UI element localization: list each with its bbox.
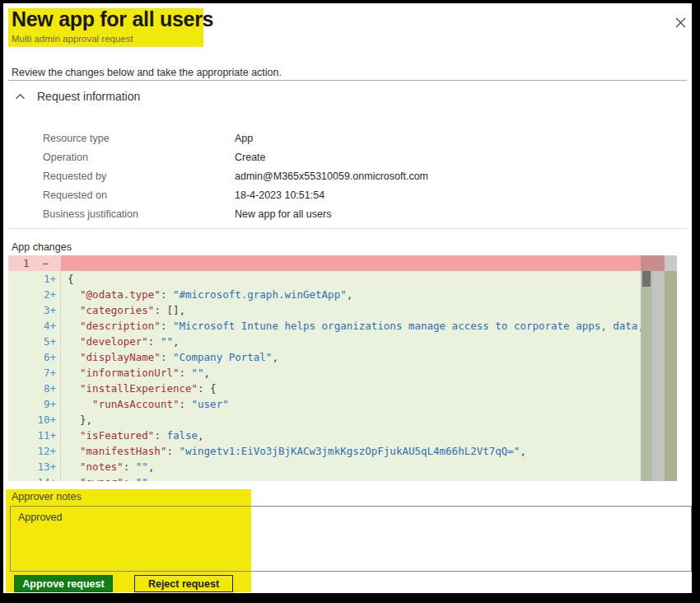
diff-line: 7+ "informationUrl": "", <box>8 365 677 381</box>
approver-notes-input[interactable]: Approved <box>10 506 692 572</box>
page-subtitle: Multi admin approval request <box>12 34 133 44</box>
instruction-text: Review the changes below and take the ap… <box>12 67 282 78</box>
diff-line: 1+{ <box>8 271 677 287</box>
chevron-up-icon <box>15 91 26 103</box>
field-row: Business justificationNew app for all us… <box>43 204 652 223</box>
diff-line-code: "notes": "", <box>61 459 677 474</box>
close-button[interactable] <box>670 12 690 32</box>
diff-line-code: "informationUrl": "", <box>61 365 677 381</box>
diff-line-code: }, <box>61 412 677 428</box>
reject-request-button[interactable]: Reject request <box>134 575 233 592</box>
field-row: OperationCreate <box>43 147 652 166</box>
section-title: Request information <box>37 90 140 103</box>
diff-line-code: "manifestHash": "wingetv1:EiVo3jBjKACw3j… <box>61 443 677 459</box>
field-label: Operation <box>43 152 235 163</box>
diff-removed-code <box>61 255 677 271</box>
diff-line-number: 10+ <box>8 412 61 428</box>
diff-line-number: 12+ <box>8 443 61 459</box>
diff-line-code: "isFeatured": false, <box>61 428 677 443</box>
diff-line-number: 4+ <box>8 318 61 334</box>
diff-added-lines: 1+{2+ "@odata.type": "#microsoft.graph.w… <box>8 271 677 481</box>
diff-scrollbar-track <box>652 255 665 481</box>
field-value: Create <box>235 152 266 163</box>
diff-scrollbar[interactable] <box>641 255 652 481</box>
diff-line: 6+ "displayName": "Company Portal", <box>8 349 677 365</box>
diff-line: 14+ "owner": "", <box>8 474 677 481</box>
diff-line-number: 5+ <box>8 334 61 349</box>
request-info-fields: Resource typeAppOperationCreateRequested… <box>43 129 652 223</box>
field-value: New app for all users <box>235 208 331 220</box>
divider <box>8 228 687 229</box>
diff-line-number: 14+ <box>8 474 61 481</box>
diff-line-number: 11+ <box>8 428 61 443</box>
diff-line-number: 8+ <box>8 381 61 396</box>
request-information-section-header[interactable]: Request information <box>15 88 140 105</box>
diff-line-code: "displayName": "Company Portal", <box>61 349 677 365</box>
field-value: 18-4-2023 10:51:54 <box>235 189 324 201</box>
field-label: Business justification <box>43 208 235 220</box>
diff-line-code: "runAsAccount": "user" <box>61 396 677 412</box>
diff-line-code: { <box>61 271 677 287</box>
close-icon <box>670 16 690 29</box>
field-value: App <box>235 133 253 144</box>
diff-line: 2+ "@odata.type": "#microsoft.graph.winG… <box>8 287 677 302</box>
diff-line: 3+ "categories": [], <box>8 302 677 318</box>
diff-line: 10+ }, <box>8 412 677 428</box>
diff-line: 13+ "notes": "", <box>8 459 677 474</box>
field-row: Requested on18-4-2023 10:51:54 <box>43 185 652 204</box>
diff-line-number: 7+ <box>8 365 61 381</box>
diff-line-code: "developer": "", <box>61 334 677 349</box>
diff-line: 9+ "runAsAccount": "user" <box>8 396 677 412</box>
diff-line-code: "description": "Microsoft Intune helps o… <box>61 318 677 334</box>
diff-line-code: "@odata.type": "#microsoft.graph.winGetA… <box>61 287 677 302</box>
approve-request-button[interactable]: Approve request <box>14 575 113 592</box>
diff-track-removed-band <box>652 255 665 271</box>
diff-line-number: 1 <box>23 255 30 271</box>
diff-line: 12+ "manifestHash": "wingetv1:EiVo3jBjKA… <box>8 443 677 459</box>
diff-line: 4+ "description": "Microsoft Intune help… <box>8 318 677 334</box>
diff-removed-line: 1 − <box>8 255 677 271</box>
page-title: New app for all users <box>12 7 213 31</box>
diff-line: 5+ "developer": "", <box>8 334 677 349</box>
app-changes-diff-editor[interactable]: 1 − 1+{2+ "@odata.type": "#microsoft.gra… <box>8 255 677 481</box>
scrollbar-thumb[interactable] <box>642 271 651 287</box>
field-row: Resource typeApp <box>43 129 652 147</box>
diff-overview-ruler <box>665 255 677 481</box>
diff-line-code: "categories": [], <box>61 302 677 318</box>
diff-removed-gutter: 1 − <box>8 255 61 271</box>
approval-request-panel: New app for all users Multi admin approv… <box>3 3 692 593</box>
diff-line-number: 2+ <box>8 287 61 302</box>
diff-ruler-top-band <box>665 255 677 271</box>
diff-line-code: "owner": "", <box>61 474 677 481</box>
diff-line-code: "installExperience": { <box>61 381 677 396</box>
diff-line-number: 1+ <box>8 271 61 287</box>
app-changes-label: App changes <box>12 241 72 253</box>
diff-line-number: 9+ <box>8 396 61 412</box>
field-label: Requested by <box>43 171 235 182</box>
divider <box>8 80 687 81</box>
field-label: Requested on <box>43 189 235 201</box>
diff-line-number: 13+ <box>8 459 61 474</box>
diff-line: 8+ "installExperience": { <box>8 381 677 396</box>
field-value: admin@M365x55310059.onmicrosoft.com <box>235 171 428 182</box>
diff-line: 11+ "isFeatured": false, <box>8 428 677 443</box>
approver-notes-label: Approver notes <box>12 491 82 502</box>
diff-scrollbar-removed-band <box>641 255 652 271</box>
field-label: Resource type <box>43 133 235 144</box>
diff-line-number: 3+ <box>8 302 61 318</box>
diff-line-number: 6+ <box>8 349 61 365</box>
minus-icon: − <box>43 255 49 271</box>
field-row: Requested byadmin@M365x55310059.onmicros… <box>43 166 652 185</box>
